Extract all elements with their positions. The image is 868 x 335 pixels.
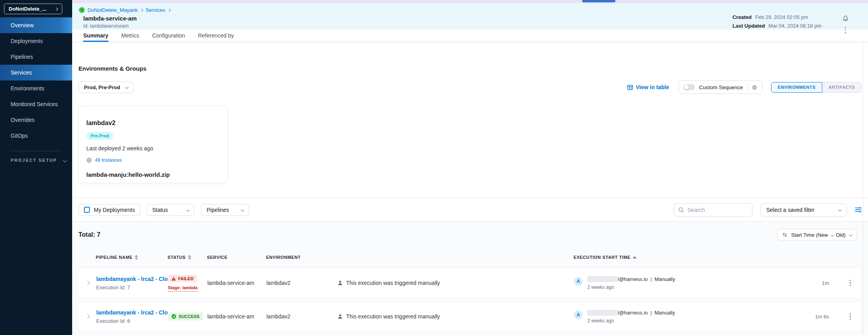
sidebar-item-monitored-services[interactable]: Monitored Services [0, 96, 72, 112]
column-environment: ENVIRONMENT [266, 255, 337, 260]
chevron-down-icon [63, 158, 67, 162]
column-status[interactable]: STATUS [168, 255, 207, 260]
environments-section: Environments & Groups Prod, Pre-Prod Vie… [72, 42, 868, 183]
avatar: A [574, 277, 583, 286]
chevron-right-icon [168, 8, 171, 11]
breadcrumb-project-link[interactable]: DoNotDelete_Mayank [88, 7, 138, 13]
my-deployments-checkbox[interactable]: My Deployments [78, 204, 140, 216]
artifact-name: lambda-manju:hello-world.zip [86, 171, 220, 178]
project-selector[interactable]: DoNotDelete_... [4, 4, 62, 14]
environments-controls: Prod, Pre-Prod View in table Custom Sequ… [78, 80, 862, 94]
sidebar-nav: Overview Deployments Pipelines Services … [0, 17, 72, 144]
instances-link[interactable]: 49 Instances [95, 157, 122, 163]
status-badge-success: SUCCESS [168, 313, 203, 320]
column-execution-start-time[interactable]: EXECUTION START TIME [574, 255, 804, 260]
service-icon [79, 7, 85, 13]
trigger-text: This execution was triggered manually [346, 280, 440, 286]
avatar: A [574, 311, 583, 319]
sort-icon [188, 255, 191, 260]
page-header: DoNotDelete_Mayank Services lambda-servi… [72, 3, 868, 30]
pipeline-link[interactable]: lambdamayank - lrca2 - Clo... [96, 276, 172, 282]
tab-metrics[interactable]: Metrics [121, 30, 139, 42]
environment-card[interactable]: lambdav2 Pre-Prod Last deployed 2 weeks … [78, 106, 227, 183]
sidebar-item-overrides[interactable]: Overrides [0, 112, 72, 128]
environment-filter-dropdown[interactable]: Prod, Pre-Prod [78, 81, 134, 93]
triggered-by: l@harness.io | Manually [587, 276, 675, 282]
scrollbar-track[interactable] [863, 39, 863, 335]
meta-block: Created Feb 29, 2024 02:05 pm Last Updat… [732, 14, 821, 32]
gear-icon[interactable]: ⚙ [752, 84, 757, 90]
checkbox-icon[interactable] [84, 207, 90, 213]
executions-section: Total: 7 Start Time (New → Old) PIPELINE… [72, 222, 868, 335]
tab-summary[interactable]: Summary [83, 30, 108, 42]
project-setup-label: PROJECT SETUP [11, 158, 57, 163]
search-input[interactable] [687, 207, 747, 213]
environment-type-badge: Pre-Prod [86, 132, 113, 140]
tab-referenced-by[interactable]: Referenced by [198, 30, 234, 42]
segment-artifacts[interactable]: ARTIFACTS [822, 82, 862, 93]
column-service: SERVICE [207, 255, 266, 260]
service-id: Id: lambdaserviceam [83, 23, 129, 29]
expand-row-icon[interactable] [85, 281, 89, 285]
person-icon [337, 280, 343, 286]
created-label: Created [732, 14, 751, 20]
redacted-name [587, 310, 617, 316]
sidebar-item-services[interactable]: Services [0, 65, 72, 80]
execution-row[interactable]: lambdamayank - lrca2 - Clo... Execution … [78, 301, 862, 332]
sidebar-item-deployments[interactable]: Deployments [0, 33, 72, 49]
project-selector-label: DoNotDelete_... [9, 6, 47, 12]
sort-dropdown[interactable]: Start Time (New → Old) [777, 229, 857, 241]
breadcrumb: DoNotDelete_Mayank Services [79, 7, 170, 13]
saved-filter-dropdown[interactable]: Select a saved filter [760, 203, 847, 217]
execution-id: Execution Id: 7 [96, 284, 168, 290]
segment-environments[interactable]: ENVIRONMENTS [771, 82, 822, 93]
breadcrumb-services-link[interactable]: Services [145, 7, 165, 13]
header-menu-icon[interactable] [843, 25, 848, 35]
environment-cell: lambdav2 [266, 280, 337, 286]
tab-configuration[interactable]: Configuration [152, 30, 185, 42]
sidebar-project-setup[interactable]: PROJECT SETUP [11, 158, 66, 163]
trigger-text: This execution was triggered manually [346, 313, 440, 320]
sidebar-divider [10, 151, 62, 151]
divider [747, 84, 748, 91]
pipelines-filter-dropdown[interactable]: Pipelines [201, 204, 249, 216]
chevron-down-icon [241, 208, 244, 211]
instances-icon [86, 157, 92, 163]
main-content: DoNotDelete_Mayank Services lambda-servi… [72, 3, 868, 335]
filter-bar: My Deployments Status Pipelines Select a… [72, 198, 868, 222]
environment-name: lambdav2 [86, 120, 220, 127]
custom-sequence-control: Custom Sequence ⚙ [678, 80, 763, 94]
column-pipeline-name[interactable]: PIPELINE NAME [96, 255, 168, 260]
app-window: DoNotDelete_... Overview Deployments Pip… [0, 0, 868, 335]
row-menu-icon[interactable] [848, 278, 853, 288]
filter-panel-icon[interactable] [855, 207, 862, 213]
execution-row[interactable]: lambdamayank - lrca2 - Clo... Execution … [78, 268, 862, 298]
service-cell: lambda-service-am [207, 313, 266, 320]
environment-cell: lambdav2 [266, 313, 337, 320]
view-in-table-link[interactable]: View in table [627, 84, 669, 90]
sidebar-item-overview[interactable]: Overview [0, 17, 72, 33]
failed-stage-link[interactable]: Stage: lambda [168, 285, 197, 292]
sidebar-item-environments[interactable]: Environments [0, 80, 72, 96]
redacted-name [587, 276, 617, 282]
chevron-down-icon [838, 208, 842, 211]
status-filter-dropdown[interactable]: Status [147, 204, 195, 216]
sidebar-item-pipelines[interactable]: Pipelines [0, 49, 72, 65]
service-cell: lambda-service-am [207, 280, 266, 286]
pipeline-link[interactable]: lambdamayank - lrca2 - Clo... [96, 309, 172, 316]
expand-row-icon[interactable] [85, 314, 89, 318]
chevron-down-icon [186, 208, 190, 211]
created-value: Feb 29, 2024 02:05 pm [755, 14, 808, 20]
row-menu-icon[interactable] [848, 312, 853, 322]
duration: 1m [822, 280, 839, 286]
my-deployments-label: My Deployments [94, 207, 135, 213]
sidebar-item-gitops[interactable]: GitOps [0, 128, 72, 144]
custom-sequence-toggle[interactable] [683, 84, 695, 90]
chevron-right-icon [140, 8, 143, 11]
table-grid-icon [627, 85, 633, 90]
updated-label: Last Updated [732, 23, 765, 29]
custom-sequence-label: Custom Sequence [699, 84, 743, 90]
bell-icon[interactable] [842, 14, 849, 24]
search-box [674, 203, 753, 217]
browser-top-strip [72, 0, 868, 3]
